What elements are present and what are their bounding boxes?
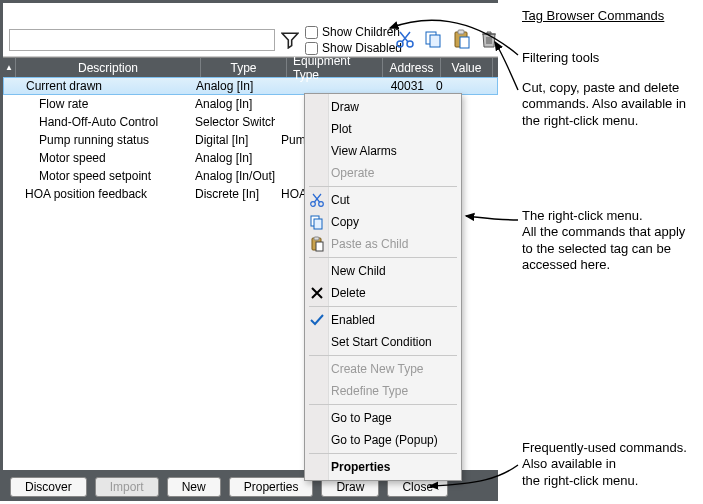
menu-item-label: Copy	[331, 215, 359, 229]
svg-rect-6	[460, 37, 469, 48]
properties-button[interactable]: Properties	[229, 477, 314, 497]
menu-item-label: Properties	[331, 460, 390, 474]
paste-icon	[309, 236, 325, 252]
menu-separator	[309, 404, 457, 405]
menu-item-label: Delete	[331, 286, 366, 300]
menu-item[interactable]: Go to Page (Popup)	[305, 429, 461, 451]
menu-separator	[309, 306, 457, 307]
menu-item-label: Operate	[331, 166, 374, 180]
import-button[interactable]: Import	[95, 477, 159, 497]
cell-type: Digital [In]	[189, 133, 275, 147]
menu-item-label: New Child	[331, 264, 386, 278]
table-header: ▲ Description Type Equipment Type Addres…	[3, 57, 498, 77]
cell-description: Pump running status	[3, 133, 189, 147]
menu-item-label: Cut	[331, 193, 350, 207]
show-children-checkbox[interactable]: Show Children	[305, 25, 400, 39]
cell-description: HOA position feedback	[3, 187, 189, 201]
col-description[interactable]: Description	[16, 58, 201, 77]
annotation-title: Tag Browser Commands	[522, 8, 664, 24]
svg-rect-12	[314, 237, 319, 240]
menu-item-label: View Alarms	[331, 144, 397, 158]
paste-icon[interactable]	[451, 29, 471, 49]
check-icon	[309, 312, 325, 328]
cell-type: Analog [In]	[189, 151, 275, 165]
menu-separator	[309, 355, 457, 356]
show-disabled-checkbox[interactable]: Show Disabled	[305, 41, 402, 55]
col-address[interactable]: Address	[383, 58, 441, 77]
cell-description: Flow rate	[3, 97, 189, 111]
svg-rect-5	[458, 30, 464, 34]
menu-item[interactable]: Cut	[305, 189, 461, 211]
menu-separator	[309, 186, 457, 187]
menu-item-label: Redefine Type	[331, 384, 408, 398]
menu-separator	[309, 257, 457, 258]
annotation-freq: Frequently-used commands. Also available…	[522, 440, 697, 489]
menu-item[interactable]: Copy	[305, 211, 461, 233]
menu-item[interactable]: Draw	[305, 96, 461, 118]
context-menu: DrawPlotView AlarmsOperateCutCopyPaste a…	[304, 93, 462, 481]
menu-item-label: Plot	[331, 122, 352, 136]
cell-description: Motor speed	[3, 151, 189, 165]
delete-x-icon	[309, 285, 325, 301]
menu-item: Create New Type	[305, 358, 461, 380]
cell-address: 40031	[372, 79, 430, 93]
cut-icon	[309, 192, 325, 208]
delete-icon[interactable]	[479, 29, 499, 49]
cell-value: 0	[430, 79, 482, 93]
menu-item[interactable]: New Child	[305, 260, 461, 282]
menu-item-label: Paste as Child	[331, 237, 408, 251]
cell-description: Motor speed setpoint	[3, 169, 189, 183]
menu-item[interactable]: Set Start Condition	[305, 331, 461, 353]
menu-item[interactable]: Go to Page	[305, 407, 461, 429]
cell-type: Analog [In/Out]	[189, 169, 275, 183]
menu-item: Paste as Child	[305, 233, 461, 255]
cell-type: Selector Switch	[189, 115, 275, 129]
menu-item[interactable]: Properties	[305, 456, 461, 478]
menu-item: Redefine Type	[305, 380, 461, 402]
filter-icon[interactable]	[281, 31, 299, 49]
search-input[interactable]	[9, 29, 275, 51]
svg-point-7	[311, 202, 316, 207]
menu-separator	[309, 453, 457, 454]
show-disabled-label: Show Disabled	[322, 41, 402, 55]
col-value[interactable]: Value	[441, 58, 493, 77]
menu-item[interactable]: Plot	[305, 118, 461, 140]
new-button[interactable]: New	[167, 477, 221, 497]
svg-rect-13	[316, 242, 323, 251]
menu-item[interactable]: Enabled	[305, 309, 461, 331]
menu-item-label: Go to Page	[331, 411, 392, 425]
cell-type: Analog [In]	[189, 97, 275, 111]
sort-indicator[interactable]: ▲	[3, 58, 16, 77]
menu-item-label: Draw	[331, 100, 359, 114]
toolbar: Show Children Show Disabled	[3, 3, 498, 57]
menu-item[interactable]: View Alarms	[305, 140, 461, 162]
cut-icon[interactable]	[395, 29, 415, 49]
discover-button[interactable]: Discover	[10, 477, 87, 497]
copy-icon	[309, 214, 325, 230]
svg-rect-10	[314, 219, 322, 229]
col-type[interactable]: Type	[201, 58, 287, 77]
menu-item-label: Create New Type	[331, 362, 424, 376]
cell-description: Current drawn	[4, 79, 190, 93]
cell-type: Analog [In]	[190, 79, 276, 93]
svg-point-8	[319, 202, 324, 207]
annotation-rclick: The right-click menu. All the commands t…	[522, 208, 697, 273]
copy-icon[interactable]	[423, 29, 443, 49]
menu-item-label: Set Start Condition	[331, 335, 432, 349]
cell-type: Discrete [In]	[189, 187, 275, 201]
menu-item-label: Go to Page (Popup)	[331, 433, 438, 447]
menu-item[interactable]: Delete	[305, 282, 461, 304]
menu-item: Operate	[305, 162, 461, 184]
menu-item-label: Enabled	[331, 313, 375, 327]
cell-description: Hand-Off-Auto Control	[3, 115, 189, 129]
annotation-cutcopy: Cut, copy, paste and delete commands. Al…	[522, 80, 697, 129]
annotation-filtering: Filtering tools	[522, 50, 599, 66]
col-equipment[interactable]: Equipment Type	[287, 58, 383, 77]
svg-rect-3	[430, 35, 440, 47]
show-children-label: Show Children	[322, 25, 400, 39]
